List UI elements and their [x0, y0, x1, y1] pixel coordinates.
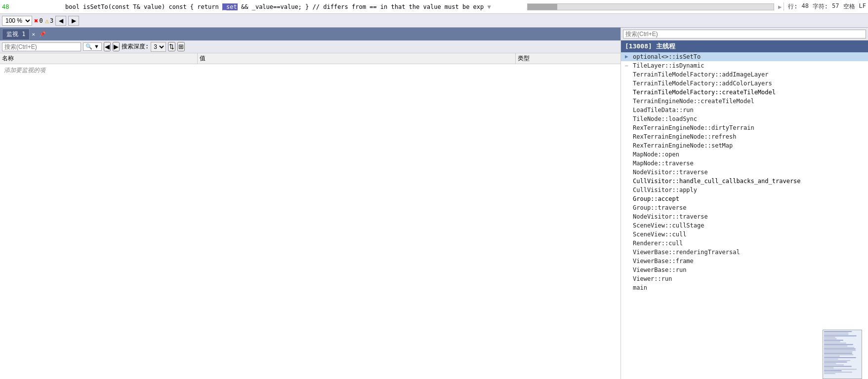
callstack-item[interactable]: TerrainTileModelFactory::addColorLayers: [621, 79, 868, 88]
watch-search-next[interactable]: ▶: [113, 42, 120, 51]
callstack-item-label: TileNode::loadSync: [633, 115, 697, 122]
callstack-item-label: TileLayer::isDynamic: [633, 62, 704, 69]
watch-body[interactable]: 添加要监视的项: [0, 64, 620, 379]
callstack-item[interactable]: MapNode::traverse: [621, 159, 868, 168]
watch-add-row[interactable]: 添加要监视的项: [0, 64, 620, 76]
toolbar-bar: 100 % 75 % 125 % ✖ 0 ⚠ 3 ◀ ▶: [0, 14, 868, 28]
callstack-item-label: RexTerrainEngineNode::dirtyTerrain: [633, 124, 754, 131]
col-value: 值: [198, 53, 516, 64]
callstack-item-label: SceneView::cullStage: [633, 222, 704, 229]
minimap: [823, 330, 862, 379]
warning-count: 3: [50, 17, 53, 24]
callstack-item-label: main: [633, 284, 647, 291]
callstack-item-label: Group::accept: [633, 195, 679, 202]
callstack-item-label: Renderer::cull: [633, 240, 683, 247]
code-prefix: bool isSetTo(const T& value) const { ret…: [65, 3, 222, 10]
horizontal-scrollbar[interactable]: [527, 3, 774, 10]
callstack-item-label: ViewerBase::frame: [633, 258, 694, 265]
watch-tab-close[interactable]: ✕: [32, 31, 35, 38]
depth-select[interactable]: 3 1 2 4 5: [151, 42, 166, 52]
callstack-item[interactable]: Viewer::run: [621, 274, 868, 283]
callstack-item[interactable]: TerrainTileModelFactory::createTileModel: [621, 88, 868, 97]
callstack-item[interactable]: RexTerrainEngineNode::dirtyTerrain: [621, 123, 868, 132]
callstack-item[interactable]: ViewerBase::run: [621, 265, 868, 274]
callstack-item-label: LoadTileData::run: [633, 107, 694, 114]
error-icon: ✖: [34, 17, 38, 25]
callstack-item-label: CullVisitor::handle_cull_callbacks_and_t…: [633, 178, 801, 185]
callstack-item-label: CullVisitor::apply: [633, 187, 697, 193]
zoom-select[interactable]: 100 % 75 % 125 %: [2, 16, 32, 26]
callstack-item-label: MapNode::traverse: [633, 160, 694, 167]
callstack-item[interactable]: Renderer::cull: [621, 239, 868, 248]
callstack-item-label: Viewer::run: [633, 275, 672, 282]
callstack-item[interactable]: SceneView::cull: [621, 230, 868, 239]
callstack-item-label: ViewerBase::renderingTraversal: [633, 249, 740, 256]
callstack-header: [13008] 主线程: [621, 40, 868, 52]
watch-search-input[interactable]: [2, 42, 81, 51]
callstack-item-label: RexTerrainEngineNode::setMap: [633, 142, 733, 149]
watch-tab[interactable]: 监视 1: [2, 29, 30, 40]
callstack-item[interactable]: TerrainTileModelFactory::addImageLayer: [621, 70, 868, 79]
space-label: 空格: [843, 2, 855, 11]
callstack-item-label: MapNode::open: [633, 151, 679, 158]
code-highlight: _set: [222, 3, 238, 10]
callstack-item[interactable]: ViewerBase::renderingTraversal: [621, 248, 868, 257]
forward-button[interactable]: ▶: [68, 16, 79, 26]
callstack-item[interactable]: main: [621, 283, 868, 292]
warning-icon: ⚠: [45, 17, 49, 25]
callstack-item-label: TerrainTileModelFactory::createTileModel: [633, 89, 776, 96]
code-text: bool isSetTo(const T& value) const { ret…: [65, 3, 523, 10]
callstack-item-label: TerrainTileModelFactory::addImageLayer: [633, 71, 769, 78]
callstack-item[interactable]: CullVisitor::apply: [621, 186, 868, 194]
callstack-item-label: optional<>::isSetTo: [633, 53, 701, 60]
position-info: 行: 48 字符: 57 空格 LF: [784, 2, 866, 11]
callstack-item[interactable]: SceneView::cullStage: [621, 221, 868, 230]
watch-columns: 名称 值 类型: [0, 53, 620, 64]
callstack-item[interactable]: TileNode::loadSync: [621, 114, 868, 123]
code-suffix: && _value==value; } // differs from == i…: [238, 3, 484, 10]
callstack-item[interactable]: ViewerBase::frame: [621, 257, 868, 265]
callstack-item[interactable]: NodeVisitor::traverse: [621, 168, 868, 177]
scrollbar-thumb[interactable]: [528, 4, 557, 10]
watch-search-button[interactable]: 🔍 ▼: [83, 42, 102, 51]
callstack-item[interactable]: MapNode::open: [621, 150, 868, 159]
callstack-item-label: TerrainTileModelFactory::addColorLayers: [633, 80, 772, 87]
watch-tab-pin[interactable]: 📌: [39, 31, 46, 38]
watch-panel: 监视 1 ✕ 📌 🔍 ▼ ◀ ▶ 搜索深度: 3 1 2 4 5 ⇅ ⊞ 名称 …: [0, 28, 621, 379]
callstack-item[interactable]: Group::accept: [621, 194, 868, 203]
back-button[interactable]: ◀: [55, 16, 66, 26]
watch-settings-button[interactable]: ⊞: [177, 42, 185, 51]
watch-search-prev[interactable]: ◀: [104, 42, 111, 51]
char-label: 字符:: [813, 2, 828, 11]
watch-tab-bar: 监视 1 ✕ 📌: [0, 28, 620, 40]
callstack-arrow-icon: ▶: [625, 53, 628, 60]
callstack-panel: [13008] 主线程 ▶optional<>::isSetTo–TileLay…: [621, 28, 868, 379]
watch-search-bar: 🔍 ▼ ◀ ▶ 搜索深度: 3 1 2 4 5 ⇅ ⊞: [0, 40, 620, 53]
callstack-item-label: ViewerBase::run: [633, 266, 686, 273]
row-value: 48: [801, 2, 808, 11]
callstack-item[interactable]: –TileLayer::isDynamic: [621, 61, 868, 70]
callstack-item-label: RexTerrainEngineNode::refresh: [633, 133, 737, 140]
callstack-item[interactable]: Group::traverse: [621, 203, 868, 212]
callstack-item[interactable]: RexTerrainEngineNode::refresh: [621, 132, 868, 141]
callstack-search-input[interactable]: [623, 30, 866, 38]
depth-label: 搜索深度:: [122, 42, 149, 51]
callstack-arrow-icon: –: [625, 62, 628, 69]
minimap-canvas: [823, 330, 862, 379]
callstack-item[interactable]: RexTerrainEngineNode::setMap: [621, 141, 868, 150]
callstack-item[interactable]: LoadTileData::run: [621, 106, 868, 114]
callstack-item-label: NodeVisitor::traverse: [633, 169, 708, 176]
callstack-item[interactable]: CullVisitor::handle_cull_callbacks_and_t…: [621, 177, 868, 186]
callstack-item[interactable]: NodeVisitor::traverse: [621, 212, 868, 221]
code-bar: 48 bool isSetTo(const T& value) const { …: [0, 0, 868, 14]
row-label: 行:: [788, 2, 797, 11]
callstack-item[interactable]: ▶optional<>::isSetTo: [621, 52, 868, 61]
callstack-item-label: NodeVisitor::traverse: [633, 213, 708, 220]
error-count: 0: [39, 17, 42, 24]
callstack-item-label: TerrainEngineNode::createTileModel: [633, 98, 754, 105]
callstack-search-bar: [621, 28, 868, 40]
callstack-item[interactable]: TerrainEngineNode::createTileModel: [621, 97, 868, 106]
line-number: 48: [2, 3, 17, 10]
callstack-item-label: SceneView::cull: [633, 231, 686, 238]
watch-filter-button[interactable]: ⇅: [168, 42, 175, 51]
